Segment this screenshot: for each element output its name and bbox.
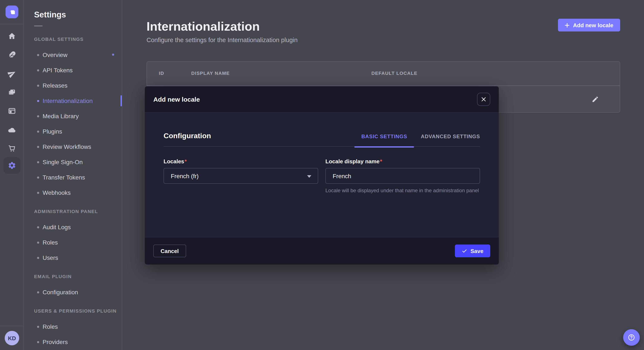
sidebar-item-single-sign-on[interactable]: Single Sign-On — [24, 154, 122, 170]
check-icon — [462, 248, 467, 254]
section-global-settings: GLOBAL SETTINGS — [34, 37, 122, 42]
users-permissions-list: Roles Providers — [24, 319, 122, 350]
marketplace-cart-icon[interactable] — [0, 140, 24, 157]
sidebar-item-up-providers[interactable]: Providers — [24, 334, 122, 350]
modal-tabs: BASIC SETTINGS ADVANCED SETTINGS — [362, 134, 480, 140]
sidebar-item-overview[interactable]: Overview — [24, 47, 122, 62]
home-icon[interactable] — [0, 28, 24, 45]
display-name-input-wrap — [326, 168, 480, 184]
locales-select[interactable]: French (fr) — [164, 168, 318, 184]
sidebar-item-admin-roles[interactable]: Roles — [24, 235, 122, 250]
app-root: KD Settings GLOBAL SETTINGS Overview API… — [0, 0, 644, 350]
locales-field-group: Locales* French (fr) — [164, 158, 318, 194]
tab-basic-settings[interactable]: BASIC SETTINGS — [362, 134, 407, 140]
sidebar-title-rule — [34, 25, 42, 26]
feather-icon[interactable] — [0, 46, 24, 63]
modal-title: Add new locale — [153, 96, 200, 103]
modal-body: Configuration BASIC SETTINGS ADVANCED SE… — [145, 113, 499, 237]
section-users-permissions-plugin: USERS & PERMISSIONS PLUGIN — [34, 308, 122, 313]
settings-gear-icon[interactable] — [4, 157, 20, 174]
edit-icon[interactable] — [592, 96, 599, 103]
notification-dot — [112, 54, 114, 56]
add-new-locale-button[interactable]: Add new locale — [558, 19, 620, 31]
cloud-icon[interactable] — [0, 121, 24, 138]
icon-rail: KD — [0, 0, 24, 350]
plus-icon — [565, 23, 570, 27]
sidebar-item-webhooks[interactable]: Webhooks — [24, 185, 122, 200]
sidebar-item-audit-logs[interactable]: Audit Logs — [24, 219, 122, 235]
configuration-header-row: Configuration BASIC SETTINGS ADVANCED SE… — [164, 113, 480, 147]
display-name-field-group: Locale display name* Locale will be disp… — [326, 158, 480, 194]
sidebar-item-internationalization[interactable]: Internationalization — [24, 93, 122, 108]
rail-divider-top — [0, 24, 24, 24]
sidebar-item-transfer-tokens[interactable]: Transfer Tokens — [24, 170, 122, 185]
section-administration-panel: ADMINISTRATION PANEL — [34, 209, 122, 214]
sidebar-item-up-roles[interactable]: Roles — [24, 319, 122, 334]
required-asterisk: * — [380, 158, 382, 165]
required-asterisk: * — [185, 158, 187, 165]
column-default-locale: DEFAULT LOCALE — [372, 71, 418, 76]
close-icon[interactable] — [477, 93, 490, 106]
avatar[interactable]: KD — [5, 331, 19, 345]
strapi-logo[interactable] — [6, 5, 18, 18]
add-locale-modal: Add new locale Configuration BASIC SETTI… — [145, 86, 499, 265]
display-name-label: Locale display name* — [326, 158, 480, 165]
sidebar-item-review-workflows[interactable]: Review Workflows — [24, 139, 122, 154]
global-settings-list: Overview API Tokens Releases Internation… — [24, 47, 122, 200]
question-mark-circle-icon — [628, 334, 636, 342]
sidebar-item-releases[interactable]: Releases — [24, 78, 122, 93]
media-library-icon[interactable] — [0, 84, 24, 101]
modal-header: Add new locale — [145, 86, 499, 113]
section-email-plugin: EMAIL PLUGIN — [34, 274, 122, 279]
locales-label: Locales* — [164, 158, 318, 165]
page-subtitle: Configure the settings for the Internati… — [146, 37, 298, 43]
save-button[interactable]: Save — [455, 245, 490, 257]
cancel-button[interactable]: Cancel — [153, 245, 186, 257]
active-indicator-bar — [120, 95, 122, 106]
modal-footer: Cancel Save — [145, 237, 499, 265]
column-id: ID — [159, 71, 164, 76]
sidebar-item-api-tokens[interactable]: API Tokens — [24, 62, 122, 78]
table-header-row: ID DISPLAY NAME DEFAULT LOCALE — [147, 62, 620, 86]
chevron-down-icon — [307, 175, 311, 178]
strapi-logo-icon — [8, 8, 16, 15]
rail-divider-bottom — [0, 326, 24, 326]
page-title: Internationalization — [146, 19, 260, 34]
help-button[interactable] — [623, 329, 640, 346]
display-name-input[interactable] — [333, 173, 473, 179]
email-plugin-list: Configuration — [24, 285, 122, 300]
sidebar-item-email-configuration[interactable]: Configuration — [24, 285, 122, 300]
send-icon[interactable] — [0, 65, 24, 82]
layout-icon[interactable] — [0, 103, 24, 120]
sidebar-title: Settings — [24, 0, 122, 19]
sidebar-item-plugins[interactable]: Plugins — [24, 124, 122, 139]
administration-panel-list: Audit Logs Roles Users — [24, 219, 122, 265]
tab-advanced-settings[interactable]: ADVANCED SETTINGS — [421, 134, 480, 140]
configuration-heading: Configuration — [164, 132, 211, 140]
column-display-name: DISPLAY NAME — [191, 71, 230, 76]
sidebar-item-users[interactable]: Users — [24, 250, 122, 265]
display-name-hint: Locale will be displayed under that name… — [326, 187, 480, 194]
locale-form: Locales* French (fr) Locale display name… — [164, 158, 480, 194]
sidebar-item-media-library[interactable]: Media Library — [24, 108, 122, 124]
settings-sidebar: Settings GLOBAL SETTINGS Overview API To… — [24, 0, 122, 350]
